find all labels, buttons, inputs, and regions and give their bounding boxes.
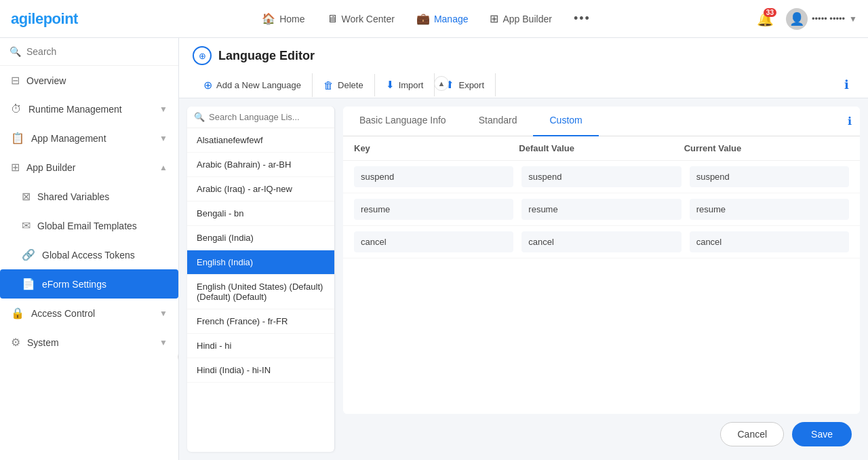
avatar: 👤: [786, 8, 808, 30]
delete-icon: 🗑: [323, 79, 334, 91]
table-row: [343, 226, 860, 258]
briefcase-icon: 💼: [416, 12, 430, 25]
appmanage-icon: 📋: [11, 132, 24, 145]
system-icon: ⚙: [11, 336, 20, 349]
sidebar-item-eformsettings[interactable]: 📄 eForm Settings: [0, 269, 178, 299]
nav-home[interactable]: 🏠 Home: [252, 7, 314, 31]
default-input-0[interactable]: [521, 166, 681, 187]
nav-center: 🏠 Home 🖥 Work Center 💼 Manage ⊞ App Buil…: [99, 6, 753, 31]
chevron-right-icon: ▼: [159, 338, 167, 347]
default-input-2[interactable]: [521, 231, 681, 252]
search-input[interactable]: [26, 46, 169, 57]
main-layout: 🔍 ⊟ Overview ⏱ Runtime Management ▼ 📋 Ap…: [0, 38, 868, 460]
sidebar-search-container: 🔍: [0, 38, 178, 66]
sidebar-item-accesscontrol[interactable]: 🔒 Access Control ▼: [0, 299, 178, 328]
collapse-button[interactable]: ▲: [434, 76, 449, 91]
sidebar-item-appmanagement[interactable]: 📋 App Management ▼: [0, 123, 178, 153]
current-input-2[interactable]: [690, 231, 849, 252]
language-table: Key Default Value Current Value: [343, 136, 860, 414]
cancel-button[interactable]: Cancel: [720, 422, 784, 446]
sidebar-item-accesstokens[interactable]: 🔗 Global Access Tokens: [0, 240, 178, 269]
lang-item-alsatian[interactable]: Alsatianefewfewf: [187, 128, 334, 153]
sidebar-item-system[interactable]: ⚙ System ▼: [0, 328, 178, 357]
lang-item-hindi[interactable]: Hindi - hi: [187, 334, 334, 358]
table-header: Key Default Value Current Value: [343, 136, 860, 161]
sidebar-item-emailtemplates[interactable]: ✉ Global Email Templates: [0, 211, 178, 240]
info-icon[interactable]: ℹ: [839, 72, 854, 98]
sidebar-item-sharedvars[interactable]: ⊠ Shared Variables: [0, 182, 178, 211]
lang-item-arabic-bh[interactable]: Arabic (Bahrain) - ar-BH: [187, 153, 334, 177]
current-input-1[interactable]: [690, 199, 849, 220]
cell-current-2: [690, 231, 849, 252]
key-input-2[interactable]: [354, 231, 513, 252]
add-icon: ⊕: [203, 79, 212, 92]
key-input-1[interactable]: [354, 199, 513, 220]
delete-button[interactable]: 🗑 Delete: [313, 74, 375, 96]
sharedvars-icon: ⊠: [22, 190, 31, 203]
sidebar-item-runtime[interactable]: ⏱ Runtime Management ▼: [0, 95, 178, 123]
language-list: Alsatianefewfewf Arabic (Bahrain) - ar-B…: [187, 128, 334, 452]
lang-item-hindi-india[interactable]: Hindi (India) - hi-IN: [187, 358, 334, 383]
import-button[interactable]: ⬇ Import: [375, 73, 435, 96]
user-menu[interactable]: 👤 ••••• ••••• ▼: [786, 8, 857, 30]
cell-default-2: [521, 231, 681, 252]
cell-default-0: [521, 166, 681, 187]
lang-item-french[interactable]: French (France) - fr-FR: [187, 309, 334, 334]
grid-icon: ⊞: [490, 12, 498, 25]
logo: agilepoint: [11, 10, 99, 28]
right-content: Basic Language Info Standard Custom ℹ Ke…: [335, 98, 868, 460]
lang-item-english-india[interactable]: English (India): [187, 250, 334, 275]
chevron-right-icon: ▼: [159, 134, 167, 143]
page-title-icon: ⊕: [193, 46, 212, 65]
page-header: ⊕ Language Editor ⊕ Add a New Language 🗑…: [179, 38, 868, 98]
nav-appbuilder[interactable]: ⊞ App Builder: [480, 7, 561, 31]
nav-manage[interactable]: 💼 Manage: [407, 7, 478, 31]
key-input-0[interactable]: [354, 166, 513, 187]
eform-icon: 📄: [22, 277, 35, 290]
lang-item-english-us[interactable]: English (United States) (Default) (Defau…: [187, 275, 334, 309]
home-icon: 🏠: [262, 12, 275, 25]
lang-search-input[interactable]: [209, 112, 328, 122]
add-language-button[interactable]: ⊕ Add a New Language: [193, 73, 313, 97]
chevron-down-icon: ▲: [159, 163, 167, 172]
search-icon: 🔍: [9, 46, 21, 57]
page-title: Language Editor: [218, 49, 315, 63]
cell-key-2: [354, 231, 513, 252]
chevron-right-icon: ▼: [159, 104, 167, 114]
notification-button[interactable]: 🔔 33: [753, 7, 778, 31]
nav-right: 🔔 33 👤 ••••• ••••• ▼: [753, 7, 857, 31]
default-input-1[interactable]: [521, 199, 681, 220]
lang-item-arabic-iq[interactable]: Arabic (Iraq) - ar-IQ-new: [187, 177, 334, 202]
chevron-right-icon: ▼: [159, 309, 167, 318]
tab-basic-language-info[interactable]: Basic Language Info: [343, 107, 462, 136]
lang-item-bengali[interactable]: Bengali - bn: [187, 202, 334, 226]
token-icon: 🔗: [22, 248, 35, 261]
top-navigation: agilepoint 🏠 Home 🖥 Work Center 💼 Manage…: [0, 0, 868, 38]
sidebar: 🔍 ⊟ Overview ⏱ Runtime Management ▼ 📋 Ap…: [0, 38, 179, 460]
footer-actions: Cancel Save: [343, 414, 860, 452]
col-key: Key: [354, 143, 519, 153]
content-area: ⊕ Language Editor ⊕ Add a New Language 🗑…: [179, 38, 868, 460]
cell-default-1: [521, 199, 681, 220]
notification-badge: 33: [764, 8, 776, 17]
nav-workcenter[interactable]: 🖥 Work Center: [317, 7, 404, 31]
current-input-0[interactable]: [690, 166, 849, 187]
user-name: ••••• •••••: [812, 14, 845, 24]
lang-search-icon: 🔍: [194, 112, 205, 122]
chevron-down-icon: ▼: [849, 14, 857, 24]
tabs-row: Basic Language Info Standard Custom ℹ: [343, 107, 860, 136]
nav-more[interactable]: •••: [564, 6, 600, 31]
col-current-value: Current Value: [684, 143, 849, 153]
monitor-icon: 🖥: [327, 13, 338, 25]
tab-info-icon[interactable]: ℹ: [840, 107, 860, 136]
lang-search-container: 🔍: [187, 107, 334, 128]
lang-item-bengali-india[interactable]: Bengali (India): [187, 226, 334, 250]
appbuilder-icon: ⊞: [11, 161, 20, 174]
sidebar-item-appbuilder[interactable]: ⊞ App Builder ▲: [0, 153, 178, 182]
email-icon: ✉: [22, 219, 31, 232]
tab-custom[interactable]: Custom: [533, 107, 598, 136]
sidebar-item-overview[interactable]: ⊟ Overview: [0, 66, 178, 95]
cell-key-0: [354, 166, 513, 187]
save-button[interactable]: Save: [792, 422, 852, 446]
tab-standard[interactable]: Standard: [462, 107, 534, 136]
